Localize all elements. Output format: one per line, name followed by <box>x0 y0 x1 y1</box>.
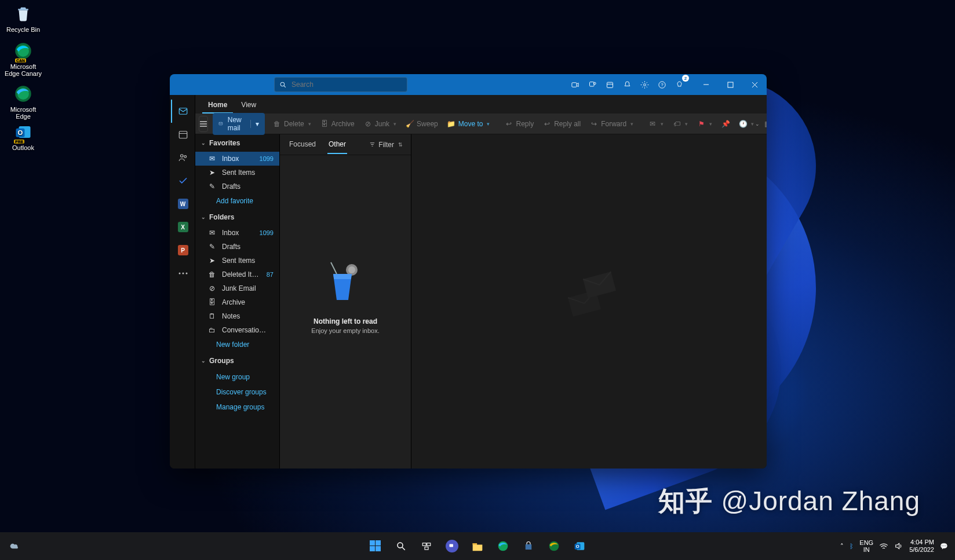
desktop-icon-outlook[interactable]: OPRE Outlook <box>2 122 44 151</box>
moveto-button[interactable]: 📁Move to▾ <box>444 118 494 130</box>
folder-conversation-history[interactable]: 🗀Conversation His... <box>195 323 279 337</box>
maximize-button[interactable] <box>718 74 742 95</box>
chevron-down-icon: ⌄ <box>201 358 206 364</box>
taskbar-wifi-icon[interactable] <box>879 542 888 550</box>
new-mail-button[interactable]: New mail ▾ <box>213 113 265 135</box>
junk-button[interactable]: ⊘Junk▾ <box>360 118 400 130</box>
folder-favorites-sent[interactable]: ➤Sent Items <box>195 166 279 180</box>
taskbar-store-button[interactable] <box>517 535 540 558</box>
tips-icon[interactable]: 2 <box>670 76 688 93</box>
collapse-ribbon-button[interactable]: ⌄ <box>750 119 763 129</box>
add-favorite-link[interactable]: Add favorite <box>195 193 279 208</box>
replyall-button[interactable]: ↩Reply all <box>540 118 584 130</box>
folder-drafts[interactable]: ✎Drafts <box>195 240 279 254</box>
new-group-link[interactable]: New group <box>195 369 279 385</box>
taskbar-search-button[interactable] <box>389 535 413 558</box>
app-rail: W X P <box>170 95 195 469</box>
flag-icon: ⚑ <box>697 120 705 128</box>
svg-rect-12 <box>607 82 613 87</box>
tab-view[interactable]: View <box>235 97 262 114</box>
new-folder-link[interactable]: New folder <box>195 337 279 352</box>
tab-focused[interactable]: Focused <box>288 136 317 154</box>
folder-sent[interactable]: ➤Sent Items <box>195 254 279 268</box>
taskbar-chat-button[interactable] <box>440 535 464 558</box>
svg-rect-21 <box>179 108 187 115</box>
rail-powerpoint-icon[interactable]: P <box>171 239 194 262</box>
desktop-icon-recycle-bin[interactable]: Recycle Bin <box>2 3 44 33</box>
rail-people-icon[interactable] <box>171 146 194 169</box>
folder-junk[interactable]: ⊘Junk Email <box>195 281 279 295</box>
flag-button[interactable]: ⚑▾ <box>694 118 716 130</box>
taskbar-clock[interactable]: 4:04 PM5/6/2022 <box>909 539 934 554</box>
rail-calendar-icon[interactable] <box>171 123 194 146</box>
notifications-icon[interactable] <box>618 76 636 93</box>
folder-deleted[interactable]: 🗑Deleted Items87 <box>195 268 279 281</box>
meet-now-icon[interactable] <box>566 76 584 93</box>
filter-button[interactable]: Filter ⇅ <box>369 141 403 149</box>
tab-other[interactable]: Other <box>327 136 347 154</box>
taskbar-start-button[interactable] <box>364 535 387 558</box>
taskbar-volume-icon[interactable] <box>894 542 903 550</box>
taskbar-notifications-icon[interactable]: 💬 <box>940 543 948 550</box>
svg-rect-18 <box>728 82 733 87</box>
day-icon[interactable] <box>601 76 618 93</box>
rail-todo-icon[interactable] <box>171 169 194 192</box>
read-button[interactable]: ✉▾ <box>645 118 667 130</box>
pin-button[interactable]: 📌 <box>718 118 733 130</box>
section-groups[interactable]: ⌄Groups <box>195 352 279 369</box>
taskbar-explorer-button[interactable] <box>466 535 489 558</box>
tag-button[interactable]: 🏷▾ <box>669 118 691 130</box>
svg-rect-32 <box>219 122 223 125</box>
taskbar-weather-icon[interactable] <box>3 535 27 558</box>
help-icon[interactable]: ? <box>653 76 670 93</box>
folder-favorites-inbox[interactable]: ✉Inbox1099 <box>195 152 279 166</box>
taskbar-language-button[interactable]: ENGIN <box>859 539 873 553</box>
desktop-icon-edge-canary[interactable]: CAN Microsoft Edge Canary <box>2 41 44 77</box>
taskbar-taskview-button[interactable] <box>415 535 438 558</box>
taskbar-edge-button[interactable] <box>491 535 515 558</box>
tab-home[interactable]: Home <box>202 97 233 114</box>
ribbon-tabs: Home View <box>195 95 767 114</box>
search-box[interactable] <box>274 77 407 92</box>
archive-button[interactable]: 🗄Archive <box>317 118 358 130</box>
junk-icon: ⊘ <box>208 284 216 292</box>
taskbar-tray-chevron-icon[interactable]: ˄ <box>840 543 844 550</box>
trash-icon: 🗑 <box>208 270 216 279</box>
svg-rect-38 <box>376 540 381 546</box>
archive-icon: 🗄 <box>208 298 216 306</box>
hamburger-button[interactable] <box>199 116 208 132</box>
svg-rect-45 <box>425 547 428 550</box>
delete-button[interactable]: 🗑Delete▾ <box>269 118 315 130</box>
reply-button[interactable]: ↩Reply <box>501 118 537 130</box>
sweep-button[interactable]: 🧹Sweep <box>402 118 442 130</box>
manage-groups-link[interactable]: Manage groups <box>195 400 279 415</box>
forward-button[interactable]: ↪Forward▾ <box>586 118 637 130</box>
svg-rect-37 <box>370 540 375 546</box>
folder-favorites-drafts[interactable]: ✎Drafts <box>195 180 279 193</box>
watermark: 知乎@Jordan Zhang <box>658 484 920 519</box>
rail-mail-icon[interactable] <box>171 100 194 123</box>
folder-archive[interactable]: 🗄Archive <box>195 295 279 309</box>
folder-pane: ⌄Favorites ✉Inbox1099 ➤Sent Items ✎Draft… <box>195 134 279 469</box>
taskbar-bluetooth-icon[interactable]: ᛒ <box>850 543 854 550</box>
folder-inbox[interactable]: ✉Inbox1099 <box>195 226 279 240</box>
minimize-button[interactable] <box>694 74 718 95</box>
archive-icon: 🗄 <box>320 120 329 128</box>
settings-icon[interactable] <box>636 76 653 93</box>
desktop-icon-edge[interactable]: Microsoft Edge <box>2 83 44 120</box>
section-folders[interactable]: ⌄Folders <box>195 208 279 226</box>
chevron-down-icon: ⌄ <box>201 214 206 220</box>
teams-icon[interactable] <box>584 76 601 93</box>
chevron-down-icon[interactable]: ▾ <box>250 120 259 128</box>
taskbar-outlook-button[interactable]: O <box>568 535 591 558</box>
rail-more-icon[interactable] <box>171 262 194 285</box>
folder-notes[interactable]: 🗒Notes <box>195 309 279 323</box>
taskbar-edge-canary-button[interactable] <box>542 535 566 558</box>
drink-icon <box>325 259 366 306</box>
discover-groups-link[interactable]: Discover groups <box>195 385 279 400</box>
section-favorites[interactable]: ⌄Favorites <box>195 134 279 152</box>
search-input[interactable] <box>291 80 402 89</box>
rail-word-icon[interactable]: W <box>171 192 194 215</box>
rail-excel-icon[interactable]: X <box>171 215 194 239</box>
close-button[interactable] <box>742 74 767 95</box>
